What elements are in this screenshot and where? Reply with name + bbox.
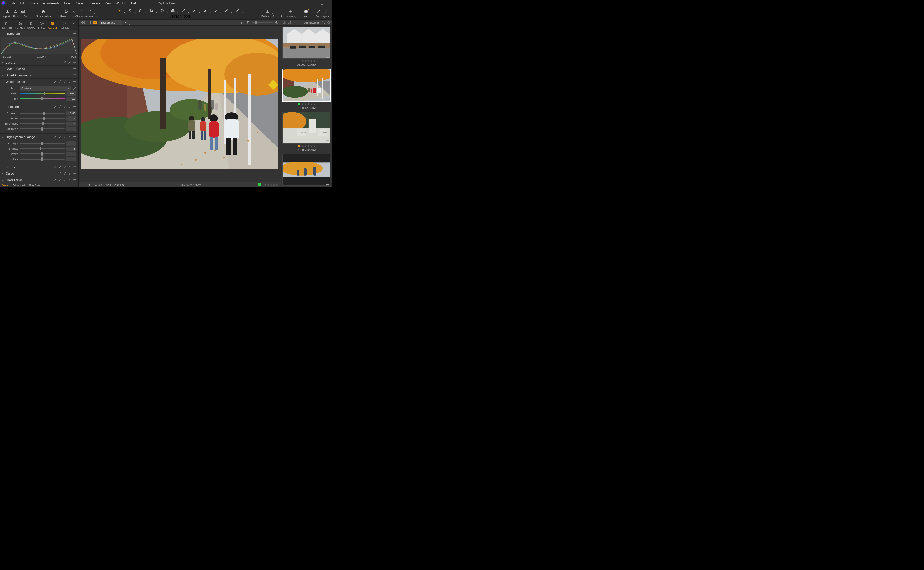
tab-adjust[interactable]: ADJUST (48, 21, 58, 30)
hdr-shadow-value[interactable]: -8 (66, 147, 77, 151)
chevron-down-icon[interactable]: ⌄ (2, 106, 4, 108)
before-icon[interactable] (265, 9, 270, 14)
thumbnail-browser[interactable]: ★★★★★DSC00341.ARW★★★★★DSC00347.ARWWORLDW… (281, 26, 332, 187)
crop-icon[interactable] (149, 9, 154, 13)
tab-shape[interactable]: SHAPE (27, 21, 36, 30)
panel-menu-icon[interactable]: ••• (73, 61, 77, 64)
copy-icon[interactable] (316, 9, 321, 14)
chevron-right-icon[interactable]: › (2, 166, 4, 169)
wb-mode-select[interactable]: Custom⌄ (20, 86, 71, 90)
export-icon[interactable] (13, 9, 17, 14)
pencil-icon[interactable] (54, 80, 57, 83)
panel-menu-icon[interactable]: ••• (73, 67, 77, 70)
autoadjust-icon[interactable] (87, 9, 91, 14)
proof-view-icon[interactable] (93, 21, 97, 25)
panel-menu-icon[interactable]: ••• (73, 74, 77, 77)
menu-select[interactable]: Select (74, 1, 87, 6)
pencil-icon[interactable] (54, 178, 57, 181)
chevron-right-icon[interactable]: › (2, 172, 4, 175)
panel-menu-icon[interactable]: ••• (73, 105, 77, 108)
apply-local-icon[interactable] (63, 135, 66, 138)
thumb-color-tag[interactable] (298, 145, 300, 147)
coloreditor-tab-advanced[interactable]: Advanced (12, 184, 25, 187)
keystone-icon[interactable] (171, 9, 175, 13)
copy-local-icon[interactable] (58, 135, 61, 138)
apply-local-icon[interactable] (63, 105, 66, 108)
thumbnail-card[interactable]: ★★★★★DSC00341.ARW (283, 27, 331, 66)
chevron-down-icon[interactable]: ⌄ (2, 136, 4, 138)
exposure-contrast-slider[interactable] (20, 118, 65, 119)
wb-tint-slider[interactable] (20, 98, 65, 99)
exposure-brightness-value[interactable]: 4 (66, 121, 77, 126)
copy-local-icon[interactable] (58, 80, 61, 83)
exposure-saturation-slider[interactable] (20, 129, 65, 129)
multi-view-icon[interactable] (80, 21, 85, 25)
wb-kelvin-value[interactable]: 5100 (66, 91, 77, 96)
search-icon[interactable] (327, 21, 331, 25)
eye-icon[interactable] (283, 21, 286, 25)
rotate-icon[interactable] (160, 9, 165, 13)
image-viewport[interactable] (78, 26, 281, 182)
apply-local-icon[interactable] (63, 80, 66, 83)
reset-local-icon[interactable] (68, 172, 71, 175)
learn-icon[interactable] (304, 9, 308, 14)
eraser-icon[interactable] (214, 9, 218, 13)
thumb-rating[interactable]: ★★★★★ (301, 59, 316, 63)
menu-layer[interactable]: Layer (61, 1, 74, 6)
thumbnail-card[interactable] (283, 154, 331, 185)
apply-local-icon[interactable] (63, 172, 66, 175)
pencil-icon[interactable] (54, 165, 57, 169)
sort-icon[interactable] (288, 21, 292, 25)
gradient-icon[interactable] (203, 9, 207, 13)
expwarning-icon[interactable] (288, 9, 293, 14)
thumbnail-card[interactable]: ★★★★★DSC00347.ARW (283, 69, 331, 109)
hdr-highlight-slider[interactable] (20, 143, 65, 144)
import-icon[interactable] (6, 9, 10, 14)
apply-local-icon[interactable] (63, 165, 66, 169)
spot-icon[interactable] (181, 9, 186, 13)
coloreditor-tab-basic[interactable]: Basic (2, 184, 9, 187)
tab-refine[interactable]: REFINE (60, 21, 69, 30)
menu-view[interactable]: View (102, 1, 114, 6)
reset-local-icon[interactable] (68, 80, 71, 83)
exposure-saturation-value[interactable]: 0 (66, 127, 77, 131)
apply-icon[interactable] (324, 9, 328, 14)
redo-icon[interactable] (79, 9, 84, 14)
menu-help[interactable]: Help (129, 1, 140, 6)
menu-edit[interactable]: Edit (18, 1, 28, 6)
exposure-contrast-value[interactable]: 7 (66, 116, 77, 121)
wb-kelvin-slider[interactable] (20, 93, 65, 94)
chevron-right-icon[interactable]: › (2, 67, 4, 70)
exposure-exposure-slider[interactable] (20, 113, 65, 114)
pencil-icon[interactable] (54, 105, 57, 108)
grid-icon[interactable] (278, 9, 283, 14)
thumb-color-tag[interactable] (298, 60, 300, 62)
brush-icon[interactable] (192, 9, 197, 13)
reset-local-icon[interactable] (68, 165, 71, 169)
zoom-in-icon[interactable] (275, 21, 279, 25)
single-view-icon[interactable] (87, 21, 91, 25)
reset-local-icon[interactable] (68, 105, 71, 108)
heal-icon[interactable] (224, 9, 229, 13)
hdr-black-slider[interactable] (20, 159, 65, 159)
menu-camera[interactable]: Camera (87, 1, 102, 6)
panel-menu-icon[interactable]: ••• (73, 165, 77, 169)
exposure-brightness-slider[interactable] (20, 123, 65, 124)
pointer-icon[interactable] (117, 9, 121, 13)
zoom-out-icon[interactable] (246, 21, 251, 25)
rating-stars[interactable]: ★★★★★ (264, 183, 278, 187)
hand-icon[interactable] (128, 9, 132, 13)
chevron-right-icon[interactable]: › (2, 74, 4, 77)
zoom-thumb-icon[interactable] (322, 21, 326, 25)
eyedropper-icon[interactable] (73, 86, 77, 90)
tooltabs-more-icon[interactable]: ⋮ (71, 22, 77, 27)
menu-window[interactable]: Window (114, 1, 129, 6)
thumb-rating[interactable]: ★★★★★ (301, 144, 316, 148)
menu-adjustments[interactable]: Adjustments (40, 1, 61, 6)
exposure-exposure-value[interactable]: 0.36 (66, 111, 77, 115)
minimize-icon[interactable]: — (314, 2, 317, 5)
chevron-down-icon[interactable]: ⌄ (2, 80, 4, 83)
menu-file[interactable]: File (8, 1, 18, 6)
loupe-icon[interactable] (138, 9, 143, 13)
thumbnail-card[interactable]: WORLDWORLD★★★★★DSC00349.ARW (283, 112, 331, 151)
